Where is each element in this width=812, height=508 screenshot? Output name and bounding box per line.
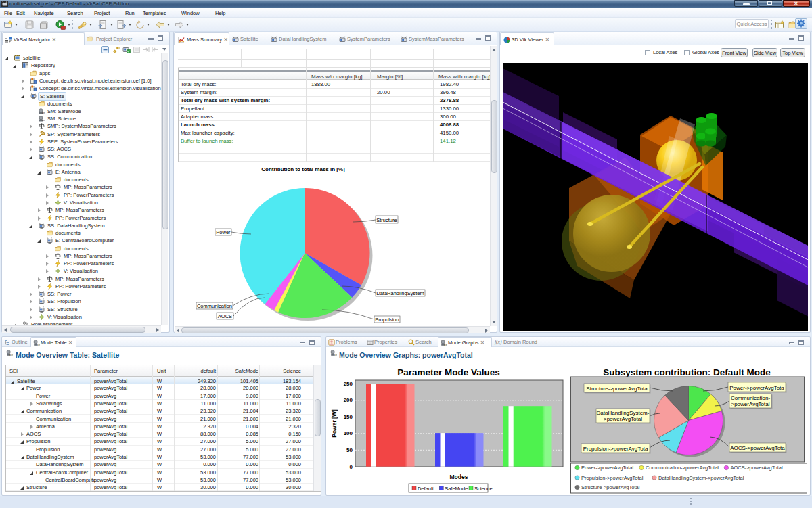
svg-text:Contribution to total mass in: Contribution to total mass in [%] xyxy=(261,166,345,172)
svg-text:150: 150 xyxy=(344,414,353,420)
svg-text:Propulsion->powerAvgTotal: Propulsion->powerAvgTotal xyxy=(581,475,644,481)
svg-text:Parameter Mode Values: Parameter Mode Values xyxy=(397,367,500,377)
svg-text:Communication-: Communication- xyxy=(731,395,771,401)
svg-text:Power->powerAvgTotal: Power->powerAvgTotal xyxy=(581,465,634,471)
svg-text:cef: cef xyxy=(9,353,13,356)
svg-text:DataHandlingSystem: DataHandlingSystem xyxy=(376,290,424,296)
svg-text:SafeMode: SafeMode xyxy=(445,486,468,492)
svg-text:cef: cef xyxy=(42,118,45,122)
svg-text:Power->powerAvgTota: Power->powerAvgTota xyxy=(729,385,784,391)
svg-text:Structure->powerAvgTota: Structure->powerAvgTota xyxy=(586,386,648,392)
svg-text:AOCS->powerAvgTotal: AOCS->powerAvgTotal xyxy=(730,465,783,471)
svg-text:Science: Science xyxy=(474,486,493,492)
svg-text:100: 100 xyxy=(344,430,353,436)
svg-text:Power [W]: Power [W] xyxy=(331,409,338,438)
svg-text:>powerAvgTotal: >powerAvgTotal xyxy=(731,401,770,407)
svg-text:cef: cef xyxy=(444,343,447,346)
svg-text:cef: cef xyxy=(334,353,337,356)
svg-text:250: 250 xyxy=(344,381,353,387)
svg-text:Power: Power xyxy=(216,229,231,235)
svg-text:Propulsion: Propulsion xyxy=(375,317,399,323)
svg-text:0: 0 xyxy=(350,464,353,470)
svg-text:cef: cef xyxy=(42,111,45,114)
svg-text:Structure->powerAvgTotal: Structure->powerAvgTotal xyxy=(581,484,640,490)
svg-text:Default: Default xyxy=(418,486,434,492)
svg-text:Communication: Communication xyxy=(197,303,232,309)
svg-text:Subsystem contribution: Defaul: Subsystem contribution: Default Mode xyxy=(603,367,771,377)
svg-text:AOCS: AOCS xyxy=(218,313,232,319)
svg-text:>powerAvgTotal: >powerAvgTotal xyxy=(604,416,642,422)
svg-text:Structure: Structure xyxy=(376,217,397,223)
svg-text:cef: cef xyxy=(37,343,40,346)
svg-text:AOCS->powerAvgTota: AOCS->powerAvgTota xyxy=(730,445,785,451)
svg-text:DataHandlingSystem-: DataHandlingSystem- xyxy=(597,410,650,416)
svg-text:200: 200 xyxy=(344,397,353,403)
svg-text:Communication->powerAvgTotal: Communication->powerAvgTotal xyxy=(646,465,719,471)
svg-text:Propulsion->powerAvgTota: Propulsion->powerAvgTota xyxy=(583,446,648,452)
svg-text:DataHandlingSystem->powerAvgTo: DataHandlingSystem->powerAvgTotal xyxy=(658,475,744,481)
svg-text:Modes: Modes xyxy=(450,474,468,480)
svg-text:50: 50 xyxy=(346,447,353,453)
